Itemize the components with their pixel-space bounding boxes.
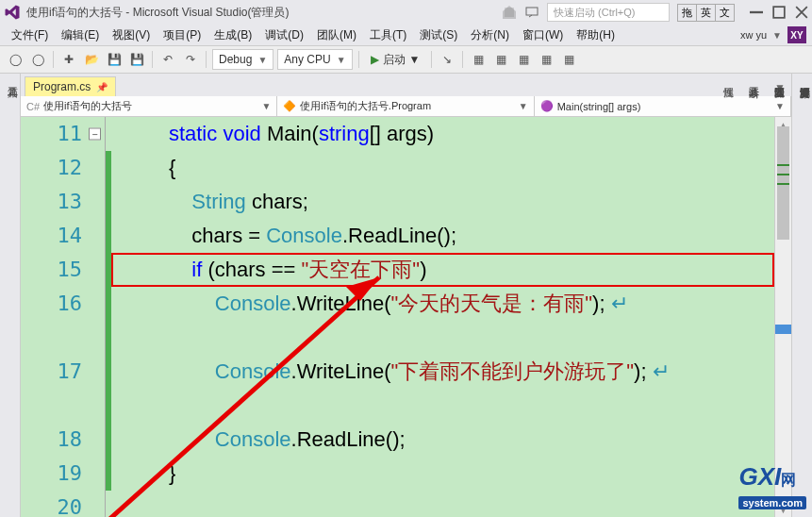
toolbar: ◯ ◯ ✚ 📂 💾 💾 ↶ ↷ Debug▼ Any CPU▼ ▶启动▼ ↘ ▦… (0, 45, 812, 74)
minimize-icon[interactable] (750, 6, 763, 19)
quick-launch-input[interactable]: 快速启动 (Ctrl+Q) (547, 3, 670, 22)
ime-a: 拖 (678, 5, 697, 21)
user-avatar[interactable]: XY (787, 26, 806, 43)
play-icon: ▶ (371, 53, 379, 66)
menu-edit[interactable]: 编辑(E) (56, 25, 105, 45)
watermark-url: system.com (738, 496, 806, 509)
main-area: 工具箱 Program.cs 📌 ▼ C#使用if语句的大括号▼ 🔶使用if语句… (0, 74, 812, 517)
menu-tools[interactable]: 工具(T) (364, 25, 412, 45)
platform-value: Any CPU (284, 53, 330, 66)
watermark-brand: GXI (738, 462, 781, 491)
visual-studio-logo-icon (4, 4, 21, 21)
maximize-icon[interactable] (772, 6, 786, 19)
wrap-glyph-icon: ↵ (611, 292, 628, 315)
new-project-icon[interactable]: ✚ (59, 50, 78, 69)
start-label: 启动 (383, 52, 406, 68)
line-number: 12 (21, 151, 105, 185)
line-number: 15 (21, 253, 105, 287)
comment-icon[interactable]: ▦ (469, 50, 488, 69)
file-tab-program-cs[interactable]: Program.cs 📌 (25, 76, 116, 96)
window-title: 使用if语句的大括号 - Microsoft Visual Studio(管理员… (26, 5, 290, 21)
toolbox-panel-tab[interactable]: 工具箱 (0, 74, 21, 517)
nav-back-icon[interactable]: ◯ (6, 50, 25, 69)
line-number-gutter: 11 12 13 14 15 16 17 18 19 20 (21, 117, 106, 517)
ime-c: 文 (716, 5, 734, 21)
close-icon[interactable] (795, 6, 808, 19)
caret-position-marker (775, 325, 791, 334)
user-name[interactable]: xw yu (740, 29, 767, 41)
line-number: 11 (21, 117, 105, 151)
save-all-icon[interactable]: 💾 (127, 50, 146, 69)
line-number: 19 (21, 457, 105, 491)
ime-indicator[interactable]: 拖 英 文 (677, 4, 735, 22)
config-value: Debug (219, 53, 252, 66)
step-into-icon[interactable]: ↘ (438, 50, 456, 69)
menu-debug[interactable]: 调试(D) (259, 25, 309, 45)
feedback-icon[interactable] (524, 5, 539, 20)
nav-fwd-icon[interactable]: ◯ (28, 50, 47, 69)
document-tab-strip: Program.cs 📌 ▼ (21, 74, 791, 96)
nav-class-value: 使用if语句的大括号.Program (300, 99, 431, 113)
code-editor[interactable]: 11 12 13 14 15 16 17 18 19 20 static voi… (21, 117, 791, 517)
config-dropdown[interactable]: Debug▼ (212, 49, 273, 70)
menu-help[interactable]: 帮助(H) (571, 25, 621, 45)
line-number: 17 (21, 355, 105, 423)
nav-scope-dropdown[interactable]: C#使用if语句的大括号▼ (21, 96, 277, 116)
line-number: 14 (21, 219, 105, 253)
pin-icon[interactable]: 📌 (96, 82, 108, 92)
notifications-icon[interactable] (502, 5, 517, 20)
solution-explorer-panel-tab[interactable]: 解决方案资源管理器 (798, 79, 812, 517)
line-number: 13 (21, 185, 105, 219)
menu-test[interactable]: 测试(S) (414, 25, 463, 45)
watermark: GXI网 system.com (738, 462, 806, 511)
nav-member-value: Main(string[] args) (557, 101, 641, 112)
right-side-panels: 解决方案资源管理器 团队资源管理器 诊断工具 属性 (791, 74, 812, 517)
user-chevron-down-icon[interactable]: ▼ (772, 30, 782, 41)
vertical-scrollbar[interactable]: ▲ ▼ (774, 117, 791, 517)
navigation-bar: C#使用if语句的大括号▼ 🔶使用if语句的大括号.Program▼ 🟣Main… (21, 96, 791, 117)
line-number: 16 (21, 287, 105, 355)
platform-dropdown[interactable]: Any CPU▼ (277, 49, 352, 70)
intellisense-icon[interactable]: ▦ (559, 50, 578, 69)
start-debug-button[interactable]: ▶启动▼ (365, 52, 426, 68)
code-text[interactable]: static void Main(string[] args) { String… (111, 117, 774, 517)
svg-rect-2 (773, 7, 785, 18)
menu-build[interactable]: 生成(B) (208, 25, 257, 45)
nav-scope-value: 使用if语句的大括号 (43, 99, 132, 113)
undo-icon[interactable]: ↶ (158, 50, 177, 69)
uncomment-icon[interactable]: ▦ (491, 50, 510, 69)
editor-zone: Program.cs 📌 ▼ C#使用if语句的大括号▼ 🔶使用if语句的大括号… (21, 74, 791, 517)
menu-view[interactable]: 视图(V) (107, 25, 156, 45)
line-number: 18 (21, 423, 105, 457)
menu-file[interactable]: 文件(F) (6, 25, 54, 45)
open-file-icon[interactable]: 📂 (82, 50, 101, 69)
watermark-cn: 网 (781, 472, 796, 488)
svg-rect-1 (750, 11, 763, 13)
format-icon[interactable]: ▦ (537, 50, 555, 69)
menu-team[interactable]: 团队(M) (311, 25, 362, 45)
menu-project[interactable]: 项目(P) (157, 25, 207, 45)
redo-icon[interactable]: ↷ (181, 50, 200, 69)
menu-bar: 文件(F) 编辑(E) 视图(V) 项目(P) 生成(B) 调试(D) 团队(M… (0, 25, 812, 45)
bookmark-icon[interactable]: ▦ (514, 50, 533, 69)
file-tab-label: Program.cs (33, 80, 91, 93)
menu-analyze[interactable]: 分析(N) (465, 25, 515, 45)
menu-window[interactable]: 窗口(W) (517, 25, 569, 45)
svg-rect-0 (526, 8, 538, 15)
title-bar: 使用if语句的大括号 - Microsoft Visual Studio(管理员… (0, 0, 812, 25)
line-number: 20 (21, 491, 105, 517)
nav-class-dropdown[interactable]: 🔶使用if语句的大括号.Program▼ (277, 96, 534, 116)
ime-b: 英 (697, 5, 716, 21)
wrap-glyph-icon: ↵ (653, 359, 670, 383)
save-icon[interactable]: 💾 (105, 50, 124, 69)
